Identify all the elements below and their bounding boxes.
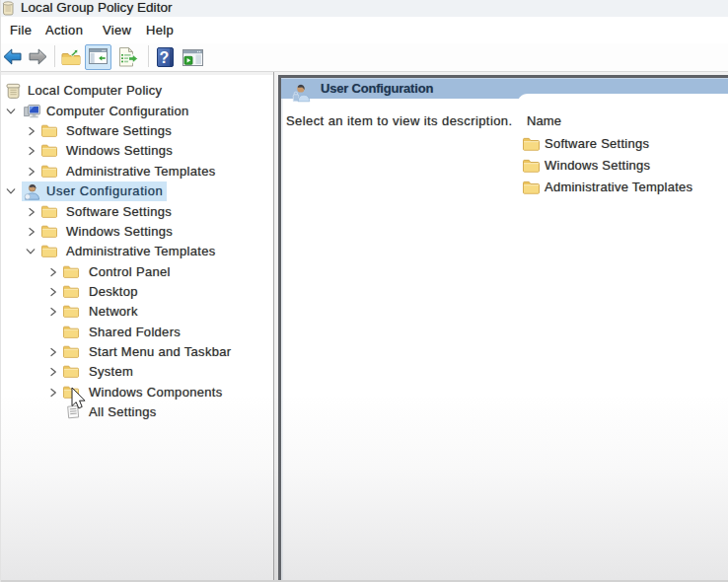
svg-text:?: ? bbox=[160, 49, 170, 66]
